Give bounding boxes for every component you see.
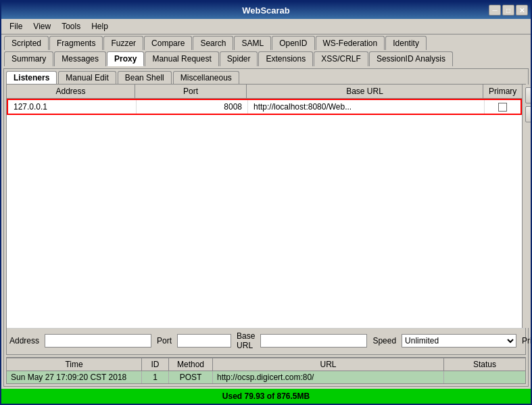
log-cell-status xyxy=(444,371,525,383)
maximize-button[interactable]: □ xyxy=(502,5,514,16)
title-bar: WebScarab ─ □ ✕ xyxy=(1,1,531,19)
menu-view[interactable]: View xyxy=(28,20,56,32)
address-label: Address xyxy=(9,336,39,346)
side-buttons: Stop Start xyxy=(522,85,531,328)
inner-tab-manual-edit[interactable]: Manual Edit xyxy=(58,71,116,84)
status-bar: Used 79.93 of 876.5MB xyxy=(1,389,531,404)
cell-address: 127.0.0.1 xyxy=(8,100,137,114)
tab-identity[interactable]: Identity xyxy=(385,36,427,50)
table-main: Address Port Base URL Primary 127.0.0.1 … xyxy=(7,85,522,328)
table-empty-space xyxy=(7,115,522,277)
primary-checkbox[interactable] xyxy=(498,103,507,112)
tab-scripted[interactable]: Scripted xyxy=(4,36,49,50)
log-cell-id: 1 xyxy=(142,371,169,383)
cell-port: 8008 xyxy=(137,100,248,114)
proxy-panel: Listeners Manual Edit Bean Shell Miscell… xyxy=(3,68,529,387)
log-col-id: ID xyxy=(142,358,169,371)
tab-row-2: Summary Messages Proxy Manual Request Sp… xyxy=(1,50,531,66)
log-col-time: Time xyxy=(7,358,142,371)
inner-tab-bar: Listeners Manual Edit Bean Shell Miscell… xyxy=(4,69,528,84)
address-input[interactable] xyxy=(45,334,151,348)
log-header: Time ID Method URL Status xyxy=(6,358,526,371)
form-row: Address Port Base URL Speed Unlimited Pr… xyxy=(9,331,523,350)
status-text: Used 79.93 of 876.5MB xyxy=(222,391,310,401)
inner-tab-miscellaneous[interactable]: Miscellaneous xyxy=(173,71,239,84)
stop-button[interactable]: Stop xyxy=(525,87,531,103)
tab-openid[interactable]: OpenID xyxy=(272,36,314,50)
port-input[interactable] xyxy=(177,334,231,348)
base-url-input[interactable] xyxy=(260,334,367,348)
log-area: Time ID Method URL Status Sun May 27 17:… xyxy=(6,357,526,384)
tab-ws-federation[interactable]: WS-Federation xyxy=(316,36,385,50)
bottom-form: Address Port Base URL Speed Unlimited Pr… xyxy=(7,328,525,354)
content-area: Scripted Fragments Fuzzer Compare Search… xyxy=(1,34,531,389)
main-window: WebScarab ─ □ ✕ File View Tools Help Scr… xyxy=(0,0,532,405)
log-row[interactable]: Sun May 27 17:09:20 CST 2018 1 POST http… xyxy=(6,371,526,384)
port-label: Port xyxy=(157,336,172,346)
speed-container: Unlimited xyxy=(402,334,516,348)
tab-extensions[interactable]: Extensions xyxy=(258,51,313,66)
col-primary: Primary xyxy=(483,85,522,98)
start-button[interactable]: Start xyxy=(525,106,531,122)
cell-base-url: http://localhost:8080/Web... xyxy=(248,100,485,114)
tab-fragments[interactable]: Fragments xyxy=(49,36,103,50)
tab-compare[interactable]: Compare xyxy=(144,36,192,50)
tab-search[interactable]: Search xyxy=(193,36,233,50)
table-row[interactable]: 127.0.0.1 8008 http://localhost:8080/Web… xyxy=(7,99,522,115)
menu-bar: File View Tools Help xyxy=(1,19,531,34)
speed-select[interactable]: Unlimited xyxy=(402,334,516,348)
tab-saml[interactable]: SAML xyxy=(234,36,271,50)
tab-fuzzer[interactable]: Fuzzer xyxy=(103,36,143,50)
log-col-status: Status xyxy=(444,358,525,371)
cell-primary[interactable] xyxy=(485,100,521,114)
speed-label: Speed xyxy=(372,336,396,346)
listeners-content: Address Port Base URL Primary 127.0.0.1 … xyxy=(6,84,526,355)
primary-label: Primary? xyxy=(522,336,531,346)
inner-tab-listeners[interactable]: Listeners xyxy=(6,71,57,84)
menu-file[interactable]: File xyxy=(4,20,28,32)
col-port: Port xyxy=(135,85,247,98)
minimize-button[interactable]: ─ xyxy=(489,5,501,16)
close-button[interactable]: ✕ xyxy=(516,5,528,16)
log-col-method: Method xyxy=(169,358,213,371)
title-bar-controls: ─ □ ✕ xyxy=(489,5,528,16)
inner-tab-bean-shell[interactable]: Bean Shell xyxy=(118,71,172,84)
menu-help[interactable]: Help xyxy=(86,20,114,32)
table-area: Address Port Base URL Primary 127.0.0.1 … xyxy=(7,85,525,328)
tab-sessionid-analysis[interactable]: SessionID Analysis xyxy=(369,51,453,66)
table-header: Address Port Base URL Primary xyxy=(7,85,522,99)
menu-tools[interactable]: Tools xyxy=(56,20,86,32)
log-col-url: URL xyxy=(213,358,444,371)
tab-row-1: Scripted Fragments Fuzzer Compare Search… xyxy=(1,34,531,50)
log-cell-url: http://ocsp.digicert.com:80/ xyxy=(213,371,444,383)
tab-messages[interactable]: Messages xyxy=(54,51,106,66)
log-cell-time: Sun May 27 17:09:20 CST 2018 xyxy=(7,371,142,383)
tab-summary[interactable]: Summary xyxy=(4,51,53,66)
log-cell-method: POST xyxy=(169,371,213,383)
tab-xss-crlf[interactable]: XSS/CRLF xyxy=(314,51,368,66)
col-address: Address xyxy=(7,85,135,98)
base-url-label: Base URL xyxy=(237,331,255,350)
tab-proxy[interactable]: Proxy xyxy=(107,51,144,66)
col-base-url: Base URL xyxy=(247,85,483,98)
tab-spider[interactable]: Spider xyxy=(220,51,258,66)
tab-manual-request[interactable]: Manual Request xyxy=(145,51,218,66)
window-title: WebScarab xyxy=(242,5,290,16)
